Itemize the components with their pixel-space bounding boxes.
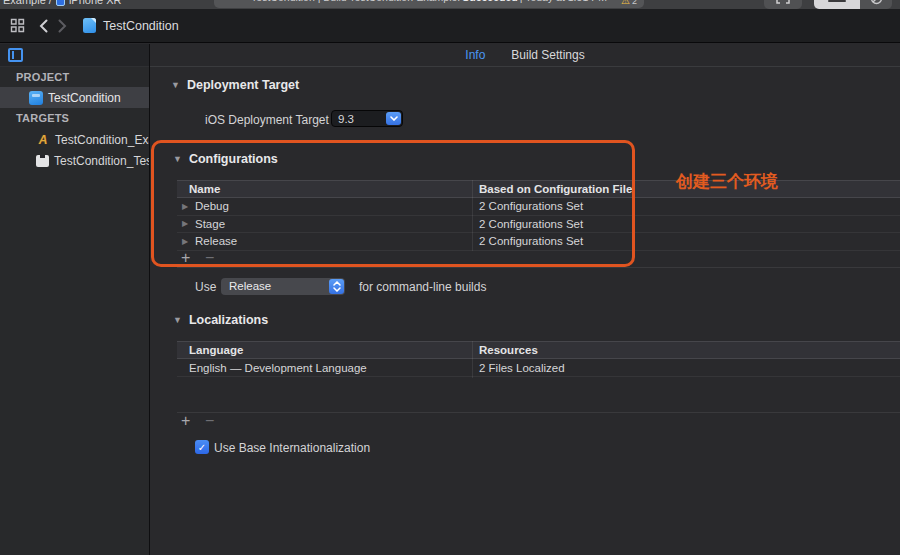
check-icon: ✓ [198, 442, 206, 453]
command-line-config-popup[interactable]: Release [221, 278, 345, 295]
scheme-selector[interactable]: Example / iPhone XR [3, 0, 122, 8]
configurations-table: Name Based on Configuration File ▶ Debug… [177, 180, 900, 251]
add-localization-button[interactable]: + [181, 412, 190, 430]
sidebar-item-project-testcondition[interactable]: TestCondition [0, 87, 149, 108]
remove-localization-button[interactable]: − [205, 412, 214, 430]
use-base-internationalization-label: Use Base Internationalization [214, 441, 370, 455]
language-resources: 2 Files Localized [479, 362, 565, 374]
disclosure-open-icon[interactable]: ▼ [173, 154, 182, 164]
use-base-internationalization-checkbox[interactable]: ✓ [195, 440, 209, 454]
activity-text-suffix: | Today at 1:51 PM [520, 0, 607, 3]
ios-deployment-target-label: iOS Deployment Target [205, 113, 329, 127]
warning-badge[interactable]: ⚠ 2 [621, 0, 637, 6]
scheme-project-label: Example / [3, 0, 52, 6]
sidebar-header-strip [0, 44, 149, 67]
breadcrumb[interactable]: TestCondition [103, 19, 179, 33]
assistant-editor-button[interactable] [860, 0, 892, 9]
disclosure-closed-icon[interactable]: ▶ [182, 237, 188, 246]
forward-icon[interactable] [58, 19, 67, 33]
main-body: PROJECT TestCondition TARGETS A TestCond… [0, 44, 900, 555]
target-item-label: TestCondition_Exa... [55, 133, 149, 147]
language-name: English — Development Language [189, 362, 367, 374]
table-row-stage[interactable]: ▶ Stage 2 Configurations Set [177, 216, 900, 234]
warning-count: 2 [632, 0, 637, 6]
project-editor-sidebar: PROJECT TestCondition TARGETS A TestCond… [0, 44, 150, 555]
back-icon[interactable] [39, 19, 48, 33]
project-doc-icon [83, 18, 96, 33]
section-title: Configurations [189, 152, 278, 166]
app-target-icon: A [36, 133, 50, 146]
circle-slash-icon [870, 0, 883, 5]
config-based-on: 2 Configurations Set [479, 235, 583, 247]
localizations-table: Language Resources English — Development… [177, 341, 900, 377]
project-item-label: TestCondition [48, 91, 121, 105]
column-header-resources: Resources [479, 344, 538, 356]
ios-deployment-target-combo[interactable]: 9.3 [331, 110, 403, 127]
editor-tabstrip: Info Build Settings [150, 44, 900, 67]
annotation-text: 创建三个环境 [676, 170, 778, 193]
column-header-language: Language [189, 344, 243, 356]
config-name: Stage [195, 218, 225, 230]
editor-mode-segmented [814, 0, 892, 9]
column-header-name: Name [189, 183, 220, 195]
related-items-icon[interactable] [10, 18, 25, 33]
tab-info[interactable]: Info [465, 48, 485, 62]
table-row-release[interactable]: ▶ Release 2 Configurations Set [177, 233, 900, 251]
targets-section-header: TARGETS [0, 108, 149, 129]
project-icon [29, 91, 43, 105]
brackets-icon [776, 0, 790, 4]
activity-status: Succeeded [462, 0, 517, 3]
disclosure-closed-icon[interactable]: ▶ [182, 202, 188, 211]
sidebar-item-target-tests[interactable]: TestCondition_Tests [0, 150, 149, 171]
xcode-window: Example / iPhone XR TestCondition | Buil… [0, 0, 900, 555]
activity-viewer: TestCondition | Build TestCondition-Exam… [214, 0, 644, 8]
column-divider [472, 180, 473, 251]
command-line-builds-label: for command-line builds [359, 280, 486, 294]
jump-bar: TestCondition [0, 9, 900, 43]
config-based-on: 2 Configurations Set [479, 200, 583, 212]
sidebar-item-target-example[interactable]: A TestCondition_Exa... [0, 129, 149, 150]
use-label: Use [195, 280, 216, 294]
popup-value: Release [229, 280, 271, 292]
remove-configuration-button[interactable]: − [205, 249, 214, 267]
localizations-section-header[interactable]: ▼ Localizations [173, 313, 268, 327]
code-review-button[interactable] [764, 0, 802, 9]
configurations-table-header: Name Based on Configuration File [177, 180, 900, 198]
table-row-english[interactable]: English — Development Language 2 Files L… [177, 359, 900, 377]
disclosure-closed-icon[interactable]: ▶ [182, 219, 188, 228]
configurations-add-remove-row: + − [177, 250, 900, 268]
device-icon [56, 0, 65, 6]
configurations-section-header[interactable]: ▼ Configurations [173, 152, 278, 166]
disclosure-open-icon[interactable]: ▼ [173, 315, 182, 325]
combo-value: 9.3 [338, 113, 354, 125]
config-based-on: 2 Configurations Set [479, 218, 583, 230]
sidebar-toggle-icon[interactable] [8, 48, 23, 62]
project-info-editor: Info Build Settings ▼ Deployment Target … [150, 44, 900, 555]
add-configuration-button[interactable]: + [181, 249, 190, 267]
column-divider [472, 341, 473, 378]
activity-text-prefix: TestCondition | Build TestCondition-Exam… [251, 0, 460, 3]
localizations-table-header: Language Resources [177, 341, 900, 359]
section-title: Deployment Target [187, 78, 299, 92]
scheme-device-label: iPhone XR [69, 0, 122, 6]
chevron-up-down-icon [329, 279, 344, 294]
config-name: Debug [195, 200, 229, 212]
warning-icon: ⚠ [621, 0, 630, 6]
target-item-label: TestCondition_Tests [54, 154, 149, 168]
window-toolbar: Example / iPhone XR TestCondition | Buil… [0, 0, 900, 9]
localizations-add-remove-row: + − [177, 413, 900, 431]
section-title: Localizations [189, 313, 268, 327]
project-section-header: PROJECT [0, 67, 149, 87]
toolbar-right-buttons [764, 0, 892, 9]
deployment-target-section-header[interactable]: ▼ Deployment Target [171, 78, 299, 92]
config-name: Release [195, 235, 237, 247]
localizations-table-empty-area [177, 378, 900, 413]
table-row-debug[interactable]: ▶ Debug 2 Configurations Set [177, 198, 900, 216]
column-header-based-on: Based on Configuration File [479, 183, 632, 195]
chevron-down-icon [386, 112, 401, 125]
test-bundle-icon [36, 155, 49, 167]
tab-build-settings[interactable]: Build Settings [511, 48, 584, 62]
disclosure-open-icon[interactable]: ▼ [171, 80, 180, 90]
standard-editor-button[interactable] [814, 0, 860, 9]
